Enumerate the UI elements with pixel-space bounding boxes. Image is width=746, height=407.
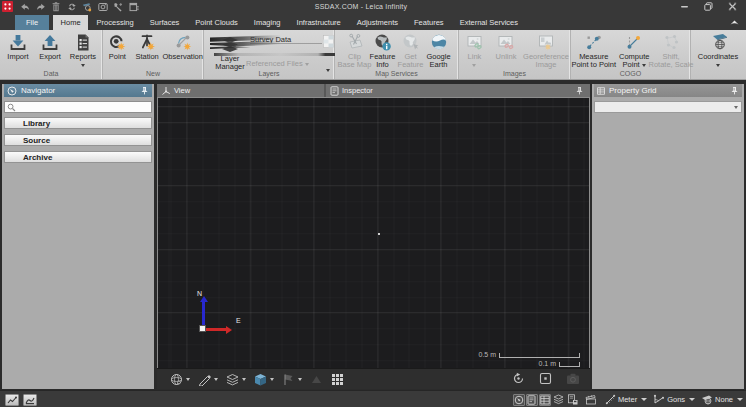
navigator-item-library[interactable]: Library <box>4 117 152 129</box>
tab-file[interactable]: File <box>15 15 49 30</box>
get-feature-button[interactable]: GetFeature <box>397 31 425 69</box>
scale-bracket <box>499 353 580 358</box>
navigator-header[interactable]: Navigator <box>4 84 152 97</box>
axis-origin-marker <box>199 325 206 332</box>
ribbon-group-data: Import Export Reports Data <box>0 30 103 79</box>
status-bar: Meter Gons None <box>0 390 746 407</box>
label: Export <box>39 52 61 61</box>
new-observation-button[interactable]: Observation <box>162 31 203 69</box>
feature-info-icon <box>373 33 393 53</box>
toggle-navigator-button[interactable] <box>513 394 525 406</box>
application-window: SSDAX.COM - Leica Infinity File Home Pro… <box>0 0 746 407</box>
referenced-files-dropdown[interactable]: Referenced Files <box>246 59 309 68</box>
view-orientation-tool[interactable] <box>170 373 190 386</box>
navigator-item-archive[interactable]: Archive <box>4 151 152 163</box>
angle-unit-selector[interactable]: Gons <box>653 394 695 405</box>
search-input[interactable] <box>16 102 151 112</box>
crs-icon <box>701 394 713 405</box>
tab-inspector[interactable]: Inspector <box>326 84 590 97</box>
tab-point-clouds[interactable]: Point Clouds <box>188 15 246 30</box>
property-grid-icon <box>597 87 605 95</box>
pin-icon[interactable] <box>730 86 739 95</box>
restore-button[interactable] <box>696 0 720 13</box>
grid-toggle[interactable] <box>331 373 344 386</box>
clip-base-map-button[interactable]: ClipBase Map <box>341 31 369 69</box>
distance-unit-value: Meter <box>618 395 637 404</box>
property-grid-panel: Property Grid <box>592 84 744 389</box>
collapse-ribbon-icon[interactable] <box>730 20 739 25</box>
triangle-icon <box>310 373 323 386</box>
export-button[interactable]: Export <box>34 31 66 69</box>
tab-imaging[interactable]: Imaging <box>246 15 288 30</box>
toggle-property-grid-button[interactable] <box>539 394 551 406</box>
property-grid-header[interactable]: Property Grid <box>594 84 742 97</box>
snap-tool[interactable] <box>310 373 323 386</box>
ribbon-tab-bar: File Home Processing Surfaces Point Clou… <box>0 13 746 30</box>
group-label-data: Data <box>0 69 102 79</box>
property-selector-combo[interactable] <box>594 101 742 113</box>
navigator-item-source[interactable]: Source <box>4 134 152 146</box>
screenshot-button[interactable] <box>566 371 580 389</box>
edit-tool[interactable] <box>198 373 218 386</box>
tab-processing[interactable]: Processing <box>89 15 141 30</box>
label: Unlink <box>496 52 517 61</box>
import-button[interactable]: Import <box>2 31 34 69</box>
filter-tool[interactable] <box>282 373 302 386</box>
new-station-button[interactable]: Station <box>132 31 163 69</box>
pin-icon[interactable] <box>140 86 149 95</box>
minimize-button[interactable] <box>672 0 696 13</box>
view-pin-icon[interactable] <box>575 86 584 95</box>
dropdown-arrow-icon <box>214 378 218 381</box>
reset-rotation-button[interactable] <box>512 371 525 389</box>
georeference-image-button[interactable]: GeoreferenceImage <box>523 31 570 69</box>
measure-point-to-point-button[interactable]: MeasurePoint to Point <box>571 31 616 69</box>
google-earth-button[interactable]: GoogleEarth <box>425 31 453 69</box>
label: Point to Point <box>571 60 616 69</box>
close-button[interactable] <box>720 0 744 13</box>
status-quick-button-2[interactable] <box>23 394 37 406</box>
3d-view-tool[interactable] <box>254 373 274 386</box>
label: Source <box>23 136 50 145</box>
tab-external-services[interactable]: External Services <box>452 15 525 30</box>
tab-adjustments[interactable]: Adjustments <box>349 15 405 30</box>
unlink-image-button[interactable]: Unlink <box>490 31 523 69</box>
north-axis-arrowhead <box>200 296 208 302</box>
movie-status-icon[interactable] <box>585 394 598 406</box>
shift-rotate-scale-button[interactable]: Shift,Rotate, Scale <box>652 31 690 69</box>
tab-view[interactable]: View <box>157 84 324 97</box>
new-point-button[interactable]: Point <box>103 31 132 69</box>
layer-swatch-icon[interactable] <box>323 34 334 52</box>
label: Library <box>23 119 50 128</box>
ribbon-group-coordinates: Coordinates <box>691 30 745 79</box>
label: Import <box>7 52 28 61</box>
reports-button[interactable]: Reports <box>66 31 100 69</box>
link-image-button[interactable]: Link <box>460 31 490 69</box>
crs-selector[interactable]: None <box>701 394 743 405</box>
tab-home[interactable]: Home <box>53 15 88 30</box>
tab-surfaces[interactable]: Surfaces <box>142 15 187 30</box>
east-axis-arrowhead <box>226 326 232 334</box>
tab-features[interactable]: Features <box>407 15 452 30</box>
coordinates-button[interactable]: Coordinates <box>693 31 743 69</box>
status-quick-button-1[interactable] <box>5 394 19 406</box>
label: Feature <box>398 60 424 69</box>
compute-point-button[interactable]: ComputePoint <box>616 31 652 69</box>
view-tab-strip: View Inspector <box>157 84 590 97</box>
dropdown-arrow-icon <box>642 64 646 67</box>
tab-infrastructure[interactable]: Infrastructure <box>289 15 348 30</box>
dropdown-arrow-icon <box>472 64 476 67</box>
dropdown-arrow-icon <box>641 398 647 401</box>
label: Station <box>135 52 158 61</box>
ruler-icon <box>605 394 616 405</box>
label: Link <box>468 52 482 61</box>
crs-value: None <box>715 395 733 404</box>
dropdown-arrow-icon <box>81 64 85 67</box>
layer-manager-status-icon[interactable] <box>552 394 565 406</box>
report-status-icon[interactable] <box>566 394 579 406</box>
zoom-extents-button[interactable] <box>539 371 552 389</box>
feature-info-button[interactable]: FeatureInfo <box>369 31 397 69</box>
layers-tool[interactable] <box>226 373 246 386</box>
map-canvas[interactable]: N E 0.5 m 0.1 m <box>157 97 590 368</box>
toggle-inspector-button[interactable] <box>526 394 538 406</box>
distance-unit-selector[interactable]: Meter <box>605 394 647 405</box>
